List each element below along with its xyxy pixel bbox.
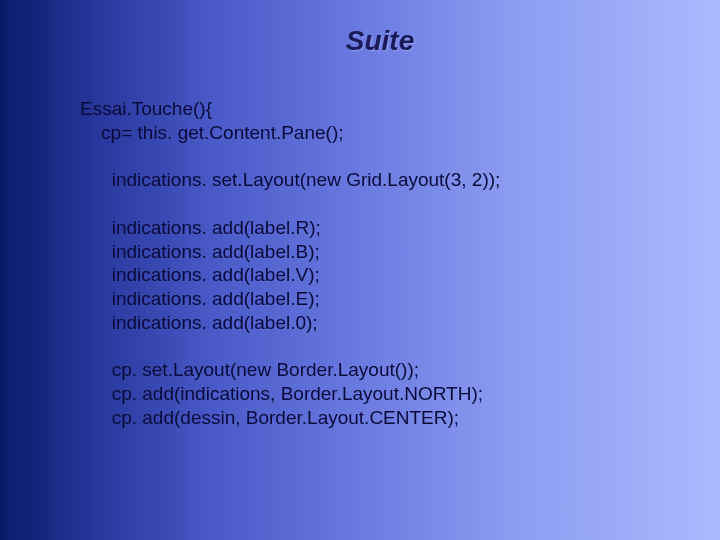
code-line: indications. add(label.V); — [80, 264, 320, 285]
code-line: cp. set.Layout(new Border.Layout()); — [80, 359, 419, 380]
code-line: cp= this. get.Content.Pane(); — [80, 122, 344, 143]
code-line: indications. add(label.E); — [80, 288, 320, 309]
code-line: indications. add(label.B); — [80, 241, 320, 262]
slide: Suite Essai.Touche(){ cp= this. get.Cont… — [0, 0, 720, 540]
code-line: Essai.Touche(){ — [80, 98, 212, 119]
code-line: indications. set.Layout(new Grid.Layout(… — [80, 169, 500, 190]
slide-title: Suite — [80, 25, 680, 57]
code-line: indications. add(label.0); — [80, 312, 318, 333]
code-line: cp. add(dessin, Border.Layout.CENTER); — [80, 407, 459, 428]
code-line: cp. add(indications, Border.Layout.NORTH… — [80, 383, 483, 404]
code-block: Essai.Touche(){ cp= this. get.Content.Pa… — [80, 97, 680, 430]
code-line: indications. add(label.R); — [80, 217, 321, 238]
